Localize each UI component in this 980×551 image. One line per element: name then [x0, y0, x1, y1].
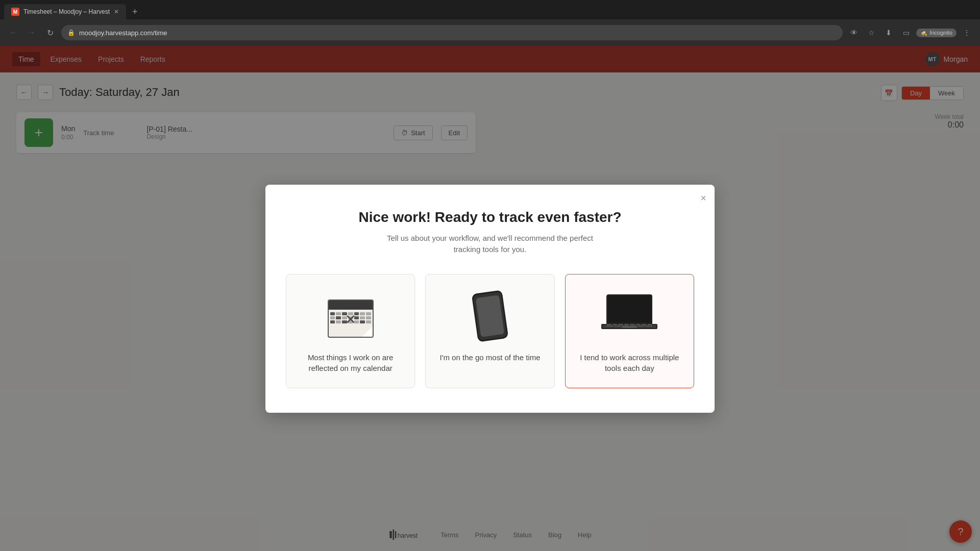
laptop-option-label: I tend to work across multiple tools eac…	[578, 352, 681, 373]
calendar-option-label: Most things I work on are reflected on m…	[299, 352, 402, 373]
modal-close-button[interactable]: ×	[700, 193, 706, 203]
laptop-illustration	[599, 291, 660, 342]
eye-off-icon[interactable]: 👁	[847, 26, 861, 40]
calendar-illustration: ✕	[320, 291, 381, 342]
extension-icon[interactable]: ▭	[899, 26, 913, 40]
browser-chrome: M Timesheet – Moodjoy – Harvest ✕ + ← → …	[0, 0, 980, 46]
new-tab-button[interactable]: +	[128, 4, 142, 19]
download-icon[interactable]: ⬇	[881, 26, 896, 40]
browser-tabs: M Timesheet – Moodjoy – Harvest ✕ +	[0, 0, 980, 19]
lock-icon: 🔒	[67, 29, 75, 36]
incognito-icon: 🕵	[920, 30, 927, 36]
option-card-calendar[interactable]: ✕ Most things I work on are reflected on…	[286, 274, 415, 388]
forward-button[interactable]: →	[24, 26, 39, 40]
modal-title: Nice work! Ready to track even faster?	[286, 209, 694, 226]
browser-tab-active[interactable]: M Timesheet – Moodjoy – Harvest ✕	[4, 4, 126, 19]
reload-button[interactable]: ↻	[43, 26, 57, 40]
modal: × Nice work! Ready to track even faster?…	[265, 185, 715, 413]
address-bar[interactable]: 🔒 moodjoy.harvestapp.com/time	[61, 25, 843, 40]
tab-close-icon[interactable]: ✕	[114, 8, 119, 15]
option-card-mobile[interactable]: I'm on the go most of the time	[425, 274, 554, 388]
back-button[interactable]: ←	[6, 26, 20, 40]
incognito-badge: 🕵 Incognito	[916, 29, 957, 37]
tab-favicon: M	[11, 8, 19, 16]
modal-overlay: × Nice work! Ready to track even faster?…	[0, 46, 980, 551]
modal-subtitle: Tell us about your workflow, and we'll r…	[286, 233, 694, 256]
option-card-laptop[interactable]: I tend to work across multiple tools eac…	[565, 274, 694, 388]
tab-title: Timesheet – Moodjoy – Harvest	[23, 8, 110, 15]
incognito-label: Incognito	[929, 30, 952, 36]
browser-actions: 👁 ☆ ⬇ ▭ 🕵 Incognito ⋮	[847, 26, 974, 40]
bookmark-icon[interactable]: ☆	[864, 26, 878, 40]
modal-options: ✕ Most things I work on are reflected on…	[286, 274, 694, 388]
app-container: Time Expenses Projects Reports MT Morgan…	[0, 46, 980, 551]
browser-controls: ← → ↻ 🔒 moodjoy.harvestapp.com/time 👁 ☆ …	[0, 19, 980, 46]
mobile-option-label: I'm on the go most of the time	[439, 352, 540, 363]
url-text: moodjoy.harvestapp.com/time	[79, 29, 837, 37]
phone-illustration	[459, 291, 521, 342]
more-menu-button[interactable]: ⋮	[960, 26, 974, 40]
